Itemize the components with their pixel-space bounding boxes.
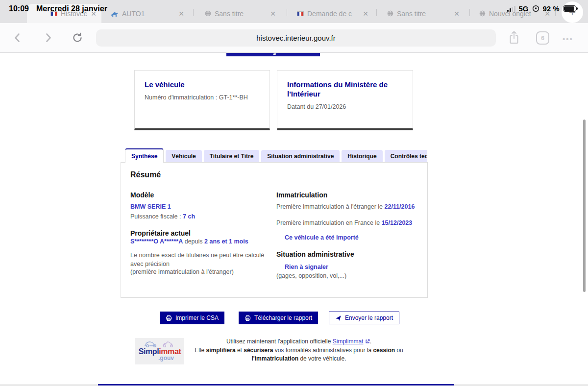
tab-title: AUTO1 [122,10,175,18]
promo-bold-securisera: sécurisera [244,347,273,354]
vehicle-card-title: Le véhicule [145,80,247,89]
french-flag-favicon [297,11,304,16]
simplimmat-link[interactable]: Simplimmat [333,338,364,345]
wordmark-part1: Simpl [139,347,159,356]
fiscal-power-label: Puissance fiscale : [130,213,183,220]
promo-bold-simplifiera: simplifiera [206,347,236,354]
owner-heading: Propriétaire actuel [130,229,191,237]
report-tab-bar: Synthèse Véhicule Titulaire et Titre Sit… [125,148,427,163]
promo-line2-b: et [236,347,244,354]
send-icon [335,315,342,321]
promo-line2-d: ou [395,347,403,354]
close-tab-icon[interactable]: ✕ [270,10,276,18]
tab-separator [193,9,194,16]
close-tab-icon[interactable]: ✕ [363,10,368,18]
print-csa-button[interactable]: Imprimer le CSA [160,312,224,324]
network-label: 5G [519,4,529,13]
owner-line: S********O A******A depuis 2 ans et 1 mo… [130,238,248,245]
close-tab-icon[interactable]: ✕ [178,10,184,18]
tab-title: Demande de c [307,10,359,18]
promo-bold-immatriculation: l'immatriculation [252,355,299,362]
report-tab-situation[interactable]: Situation administrative [261,150,340,163]
globe-icon [205,10,211,17]
owner-since-label: depuis [183,238,204,245]
cellular-signal-icon [507,6,515,12]
promo-bold-cession: cession [373,347,395,354]
tabs-overview-button[interactable]: 6 [536,31,549,45]
reload-button[interactable] [72,32,83,44]
report-tab-synthese[interactable]: Synthèse [125,148,164,163]
owner-since-value: 2 ans et 1 mois [204,238,248,245]
registration-line2: Première immatriculation en France le 15… [276,219,412,226]
battery-icon [563,5,576,12]
clipped-blue-button[interactable] [226,53,320,56]
owner-name: S********O A******A [130,238,183,245]
promo-line3: l'immatriculation de votre véhicule. [191,355,407,363]
tab-title: Sans titre [397,10,450,18]
report-tab-historique[interactable]: Historique [342,150,382,163]
browser-toolbar: histovec.interieur.gouv.fr 6 ••• [0,23,588,53]
tab-auto1[interactable]: AUTO1 ✕ [106,4,189,23]
safari-window: Histovec - Rap ✕ AUTO1 ✕ Sans titre ✕ De… [0,0,588,386]
send-report-button[interactable]: Envoyer le rapport [329,312,399,324]
owner-note-line1: Le nombre exact de titulaires ne peut êt… [130,251,268,268]
tab-separator [469,9,470,16]
imported-note: Ce véhicule a été importé [285,234,359,241]
registration-line1: Première immatriculation à l'étranger le… [276,203,415,210]
promo-line3-a: de votre véhicule. [298,355,346,362]
page-scrollbar[interactable] [583,120,586,292]
more-menu-icon[interactable]: ••• [563,35,573,43]
footer-accent-line [98,384,454,386]
browser-tab-bar: Histovec - Rap ✕ AUTO1 ✕ Sans titre ✕ De… [0,0,588,23]
ministry-card-body: Datant du 27/01/2026 [287,103,403,110]
tab-sans-titre-1[interactable]: Sans titre ✕ [200,4,281,23]
report-tab-controles[interactable]: Contrôles techniques [385,150,427,163]
promo-line1: Utilisez maintenant l'application offici… [191,338,407,346]
close-tab-icon[interactable]: ✕ [454,10,460,18]
fiscal-power-line: Puissance fiscale : 7 ch [130,213,195,220]
url-text: histovec.interieur.gouv.fr [256,34,335,42]
report-tab-vehicule[interactable]: Véhicule [166,150,201,163]
status-bar-left: 10:09 Mercredi 28 janvier [9,4,107,13]
report-tab-titulaire[interactable]: Titulaire et Titre [204,150,260,163]
admin-detail: (gages, opposition, vol,...) [276,272,346,279]
tab-sans-titre-2[interactable]: Sans titre ✕ [382,4,465,23]
simplimmat-logo: Simplimmat .gouv [135,338,184,364]
url-bar[interactable]: histovec.interieur.gouv.fr [96,29,496,47]
tab-demande[interactable]: Demande de c ✕ [292,4,373,23]
print-csa-label: Imprimer le CSA [175,314,219,321]
model-heading: Modèle [130,191,154,199]
promo-line2-c: vos formalités administratives pour la [273,347,373,354]
registration-heading: Immatriculation [276,191,327,199]
status-bar-right: 5G 92 % [507,4,576,13]
ministry-card-title: Informations du Ministère de l'Intérieur [287,80,390,98]
registration-line1-date: 22/11/2016 [385,203,415,210]
status-time: 10:09 [9,4,29,13]
tab-title: Sans titre [215,10,267,18]
owner-note-line2: (première immatriculation à l'étranger) [130,267,268,276]
tab-separator [376,9,377,16]
globe-icon [387,10,393,17]
model-name: BMW SERIE 1 [130,203,171,210]
vehicle-card-body: Numéro d'immatriculation : GT-1**-BH [145,94,260,101]
admin-heading: Situation administrative [276,250,354,258]
external-link-icon [365,339,370,344]
download-report-label: Télécharger le rapport [254,314,312,321]
back-button[interactable] [12,32,24,44]
orientation-lock-icon [532,5,539,12]
registration-line2-date: 15/12/2023 [382,219,413,226]
download-report-button[interactable]: Télécharger le rapport [239,312,318,324]
globe-icon [479,10,486,17]
promo-line2-a: Elle [195,347,206,354]
share-icon[interactable] [509,30,519,45]
vehicles-doodle-icon [144,339,176,348]
printer-icon [166,315,172,321]
admin-status: Rien à signaler [285,264,328,270]
ministry-card: Informations du Ministère de l'Intérieur… [277,70,413,130]
promo-line2: Elle simplifiera et sécurisera vos forma… [191,346,407,355]
battery-percent: 92 % [543,4,560,13]
registration-line1-label: Première immatriculation à l'étranger le [276,203,385,210]
tab-separator [287,9,287,16]
forward-button[interactable] [42,32,54,44]
auto1-favicon [111,10,119,17]
